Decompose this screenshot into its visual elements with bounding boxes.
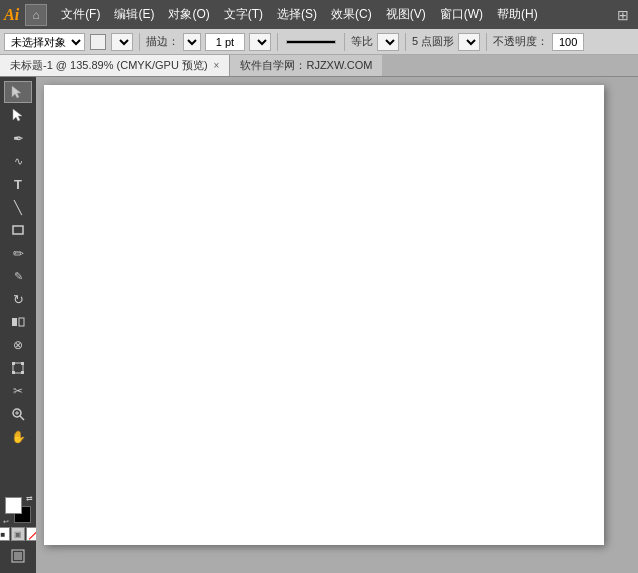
brush-dropdown[interactable]: ▼ [458, 33, 480, 51]
svg-marker-1 [13, 109, 22, 121]
divider1 [139, 33, 140, 51]
grid-icon-btn[interactable]: ⊞ [612, 4, 634, 26]
line-tool[interactable]: ╲ [4, 196, 32, 218]
menu-type[interactable]: 文字(T) [218, 4, 269, 25]
menu-object[interactable]: 对象(O) [162, 4, 215, 25]
svg-rect-8 [12, 371, 15, 374]
selection-tool[interactable] [4, 81, 32, 103]
svg-rect-6 [12, 362, 15, 365]
default-colors-icon[interactable]: ↩ [3, 518, 9, 525]
svg-marker-0 [12, 86, 21, 98]
ratio-dropdown[interactable]: ▼ [377, 33, 399, 51]
title-bar: Ai ⌂ 文件(F) 编辑(E) 对象(O) 文字(T) 选择(S) 效果(C)… [0, 0, 638, 29]
color-mode-gradient[interactable]: ▣ [11, 527, 25, 541]
main-area: ✒ ∿ T ╲ ✏ ✎ ↻ [0, 77, 638, 573]
paintbrush-tool[interactable]: ✏ [4, 242, 32, 264]
rectangle-tool[interactable] [4, 219, 32, 241]
stroke-label: 描边： [146, 34, 179, 49]
home-icon-btn[interactable]: ⌂ [25, 4, 47, 26]
grid-icon: ⊞ [617, 7, 629, 23]
color-mode-color[interactable]: ■ [0, 527, 10, 541]
tab-close-btn[interactable]: × [214, 60, 220, 71]
canvas-document [44, 85, 604, 545]
opacity-label: 不透明度： [493, 34, 548, 49]
menu-select[interactable]: 选择(S) [271, 4, 323, 25]
tab-document[interactable]: 未标题-1 @ 135.89% (CMYK/GPU 预览) × [0, 55, 230, 76]
hand-tool[interactable]: ✋ [4, 426, 32, 448]
stroke-unit-dropdown[interactable]: ▼ [249, 33, 271, 51]
svg-rect-3 [12, 318, 17, 326]
menu-file[interactable]: 文件(F) [55, 4, 106, 25]
pencil-tool[interactable]: ✎ [4, 265, 32, 287]
object-select-dropdown[interactable]: 未选择对象 [4, 33, 85, 51]
tools-panel: ✒ ∿ T ╲ ✏ ✎ ↻ [0, 77, 36, 573]
zoom-tool[interactable] [4, 403, 32, 425]
type-tool[interactable]: T [4, 173, 32, 195]
brush-label: 5 点圆形 [412, 34, 454, 49]
scissors-tool[interactable]: ✂ [4, 380, 32, 402]
reflect-tool[interactable] [4, 311, 32, 333]
gradient-icon: ▣ [14, 530, 22, 539]
canvas-area [36, 77, 638, 573]
ai-logo: Ai [4, 6, 19, 24]
color-swatches: ⇄ ↩ [4, 496, 32, 524]
divider4 [405, 33, 406, 51]
svg-rect-2 [13, 226, 23, 234]
tabs-bar: 未标题-1 @ 135.89% (CMYK/GPU 预览) × 软件自学网：RJ… [0, 55, 638, 77]
menu-bar: 文件(F) 编辑(E) 对象(O) 文字(T) 选择(S) 效果(C) 视图(V… [55, 4, 612, 25]
svg-rect-15 [14, 552, 22, 560]
menu-effect[interactable]: 效果(C) [325, 4, 378, 25]
menu-help[interactable]: 帮助(H) [491, 4, 544, 25]
foreground-color-swatch[interactable] [5, 497, 22, 514]
none-slash [29, 529, 36, 540]
menu-window[interactable]: 窗口(W) [434, 4, 489, 25]
fill-swatch[interactable] [90, 34, 106, 50]
divider5 [486, 33, 487, 51]
tab-document-label: 未标题-1 @ 135.89% (CMYK/GPU 预览) [10, 58, 208, 73]
tab-website-label: 软件自学网：RJZXW.COM [240, 58, 372, 73]
color-icon: ■ [1, 530, 6, 539]
warp-tool[interactable]: ⊗ [4, 334, 32, 356]
color-mode-none[interactable] [26, 527, 36, 541]
toolbar: 未选择对象 ▼ 描边： ▼ ▼ 等比 ▼ 5 点圆形 ▼ 不透明度： [0, 29, 638, 55]
menu-view[interactable]: 视图(V) [380, 4, 432, 25]
fill-dropdown[interactable]: ▼ [111, 33, 133, 51]
pen-tool[interactable]: ✒ [4, 127, 32, 149]
curvature-tool[interactable]: ∿ [4, 150, 32, 172]
svg-rect-7 [21, 362, 24, 365]
menu-edit[interactable]: 编辑(E) [108, 4, 160, 25]
free-transform-tool[interactable] [4, 357, 32, 379]
stroke-preview [286, 40, 336, 44]
divider3 [344, 33, 345, 51]
svg-rect-9 [21, 371, 24, 374]
swap-colors-icon[interactable]: ⇄ [26, 495, 33, 503]
svg-line-11 [20, 416, 24, 420]
svg-rect-4 [19, 318, 24, 326]
rotate-tool[interactable]: ↻ [4, 288, 32, 310]
home-icon: ⌂ [33, 8, 40, 22]
divider2 [277, 33, 278, 51]
opacity-input[interactable] [552, 33, 584, 51]
color-mode-icons: ■ ▣ [0, 527, 36, 541]
screen-mode-btn[interactable] [4, 545, 32, 567]
stroke-dropdown[interactable]: ▼ [183, 33, 201, 51]
tab-website[interactable]: 软件自学网：RJZXW.COM [230, 55, 382, 76]
direct-select-tool[interactable] [4, 104, 32, 126]
stroke-value-input[interactable] [205, 33, 245, 51]
equal-ratio-label: 等比 [351, 34, 373, 49]
